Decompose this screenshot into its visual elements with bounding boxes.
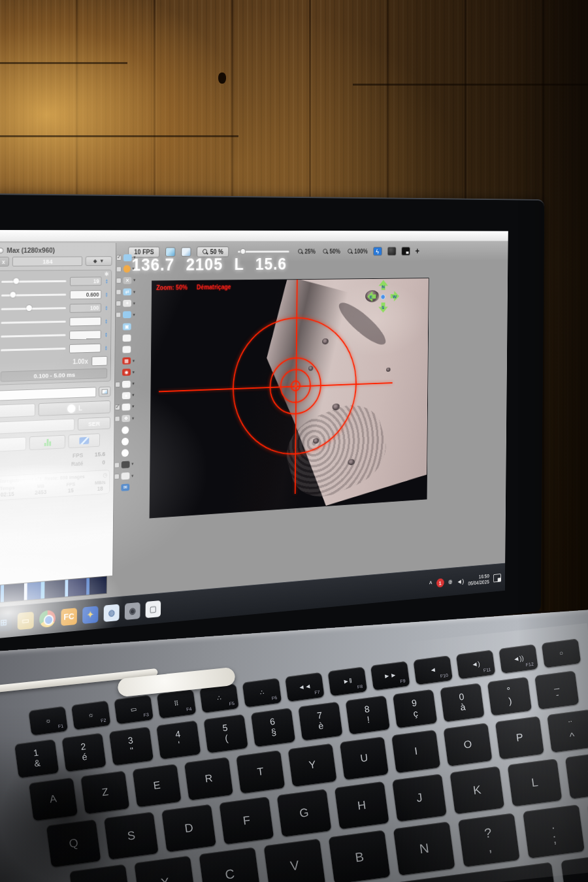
taskbar-app-icon[interactable]: ◍ <box>104 604 120 621</box>
tool-button[interactable]: ▾ <box>114 448 150 458</box>
tool-button[interactable]: ▦ ▾ <box>115 356 151 366</box>
tool-button[interactable]: ✕ ▾ <box>116 276 152 285</box>
add-button[interactable]: + <box>416 246 420 255</box>
tool-button[interactable]: ▾ <box>116 333 152 343</box>
chevron-down-icon[interactable]: ▾ <box>132 416 134 421</box>
screen-capture-icon[interactable] <box>401 246 410 255</box>
chevron-down-icon[interactable]: ▾ <box>133 278 135 283</box>
chevron-down-icon[interactable]: ▾ <box>132 381 134 386</box>
spinner-buttons[interactable]: ▲▼ <box>105 332 108 337</box>
spinner-buttons[interactable]: ▲▼ <box>105 345 108 350</box>
tool-button[interactable]: ▣ ▾ <box>116 321 152 331</box>
tool-button[interactable]: ❖ ▾ <box>114 413 150 423</box>
browse-button[interactable] <box>99 386 111 397</box>
taskbar-app-icon[interactable]: ◉ <box>125 602 140 619</box>
setting-value-field[interactable] <box>69 316 101 326</box>
tool-checkbox[interactable] <box>116 301 121 306</box>
zoom-preset-button[interactable]: 50% <box>323 248 340 254</box>
tool-button[interactable]: ⠿ ▾ <box>115 402 151 412</box>
slider-track[interactable] <box>1 294 66 297</box>
tool-button[interactable]: ▾ <box>116 253 152 262</box>
tool-checkbox[interactable] <box>116 278 122 284</box>
slider-track[interactable] <box>1 321 65 323</box>
format-button[interactable]: SER <box>78 417 110 431</box>
setting-value-field[interactable] <box>69 343 101 353</box>
tool-button[interactable]: ✦ ▾ <box>116 299 152 308</box>
histogram-button[interactable] <box>29 435 65 450</box>
slider-track[interactable] <box>1 335 65 338</box>
taskbar-app-icon[interactable]: FC <box>61 608 77 626</box>
chevron-down-icon[interactable]: ▾ <box>133 255 135 260</box>
slider-track[interactable] <box>1 280 66 282</box>
volume-icon[interactable]: ◄) <box>457 578 464 585</box>
taskbar-app-icon[interactable]: ✦ <box>82 606 98 624</box>
tool-checkbox[interactable] <box>116 312 121 318</box>
spinner-buttons[interactable]: ▲▼ <box>105 305 108 310</box>
tool-button[interactable]: ⇄ ▾ <box>116 287 152 297</box>
slider-knob[interactable] <box>26 305 32 311</box>
slider-knob[interactable] <box>13 278 19 284</box>
tool-button[interactable]: ▾ <box>114 425 150 435</box>
roi-value-field[interactable]: 184 <box>12 256 82 266</box>
taskbar-app-icon[interactable]: ▭ <box>18 612 34 630</box>
slider-knob[interactable] <box>10 292 16 298</box>
roi-x-button[interactable]: x <box>0 257 9 267</box>
lightning-icon[interactable]: ϟ <box>373 246 382 255</box>
slider-track[interactable] <box>1 307 66 310</box>
network-icon[interactable]: ⊕ <box>448 578 453 586</box>
tool-checkbox[interactable] <box>116 266 122 272</box>
tool-button[interactable]: ◉ ▾ <box>115 367 151 377</box>
chevron-down-icon[interactable]: ▾ <box>133 312 135 318</box>
resolution-radio-row[interactable]: Max (1280x960) <box>0 246 112 254</box>
tool-checkbox[interactable] <box>114 474 120 480</box>
extra-button[interactable] <box>0 436 26 451</box>
notification-badge[interactable]: 1 <box>436 578 444 587</box>
taskbar-app-icon[interactable] <box>39 610 56 628</box>
tool-button[interactable]: ▾ <box>116 310 152 320</box>
tool-checkbox[interactable] <box>115 382 120 387</box>
preview-button[interactable] <box>0 403 35 417</box>
slider-track[interactable] <box>1 348 65 351</box>
orb-icon[interactable] <box>387 246 397 255</box>
chevron-down-icon[interactable]: ▾ <box>131 473 133 478</box>
radio-icon[interactable] <box>0 247 4 253</box>
curve-button[interactable] <box>68 433 100 448</box>
zoom-slider[interactable] <box>238 250 289 252</box>
zoom-preset-button[interactable]: 100% <box>348 248 368 254</box>
taskbar-clock[interactable]: 16:50 05/04/2025 <box>468 573 489 587</box>
taskbar-app-icon[interactable]: ⊞ <box>0 613 12 632</box>
chevron-down-icon[interactable]: ▾ <box>131 462 133 467</box>
setting-value-field[interactable]: 0.600 <box>70 289 102 299</box>
channel-button[interactable]: L <box>39 400 111 416</box>
chevron-down-icon[interactable]: ▾ <box>132 404 134 410</box>
chevron-down-icon[interactable]: ▾ <box>133 358 135 363</box>
filename-input[interactable] <box>0 387 96 400</box>
chevron-down-icon[interactable]: ▾ <box>132 267 134 272</box>
zoom-slider-knob[interactable] <box>240 248 246 254</box>
chevron-down-icon[interactable]: ▾ <box>133 370 135 375</box>
tool-button[interactable]: ▾ <box>114 436 150 446</box>
pin-icon[interactable]: ✱ <box>105 271 109 278</box>
tool-checkbox[interactable] <box>116 255 122 261</box>
chevron-down-icon[interactable]: ▾ <box>133 289 135 295</box>
setting-value-field[interactable]: 19 <box>70 276 102 286</box>
tray-chevron-icon[interactable]: ^ <box>429 580 433 587</box>
chevron-down-icon[interactable]: ▾ <box>133 301 135 306</box>
tool-button[interactable]: ▾ <box>115 344 151 354</box>
tool-button[interactable]: ▾ <box>114 470 150 482</box>
setting-value-field[interactable]: 100 <box>70 303 102 312</box>
spinner-buttons[interactable]: ▲▼ <box>105 318 108 323</box>
setting-value-field[interactable] <box>69 330 101 340</box>
tool-button[interactable]: ✉ ▾ <box>114 482 150 493</box>
tool-button[interactable]: ● ▾ <box>115 390 151 400</box>
taskbar-app-icon[interactable]: ▢ <box>146 600 161 617</box>
tool-checkbox[interactable] <box>116 289 121 295</box>
tool-button[interactable]: ▾ <box>114 459 150 470</box>
spinner-buttons[interactable]: ▲▼ <box>105 291 108 297</box>
action-center-icon[interactable] <box>493 574 501 582</box>
spinner-buttons[interactable]: ▲▼ <box>105 278 108 284</box>
multiplier-field[interactable] <box>91 356 107 366</box>
tool-checkbox[interactable] <box>114 462 120 468</box>
tool-checkbox[interactable] <box>114 416 120 422</box>
tool-button[interactable]: ▾ <box>116 265 152 274</box>
